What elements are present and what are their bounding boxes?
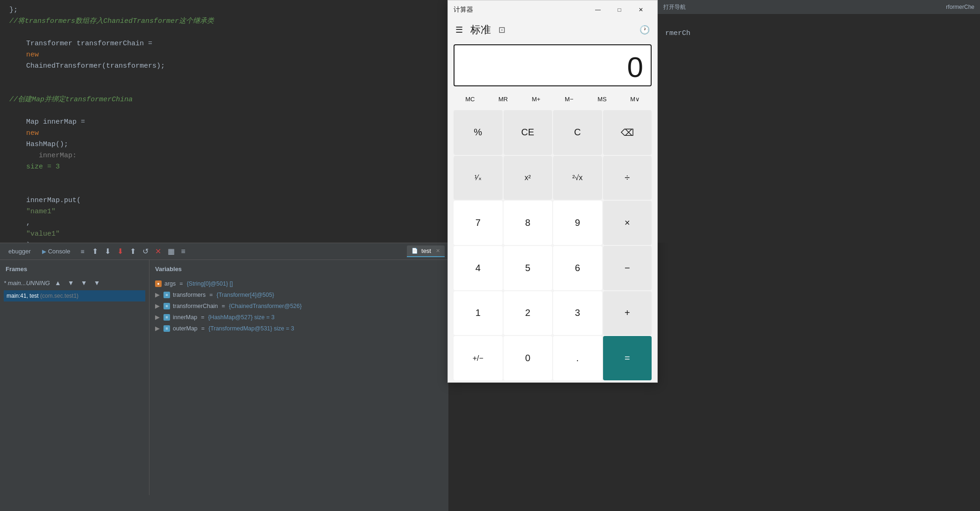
tab-console[interactable]: ▶ Console <box>37 246 75 257</box>
variables-title: Variables <box>153 264 445 274</box>
calc-btn-reciprocal[interactable]: ¹⁄ₓ <box>454 156 503 200</box>
var-args: ● args = {String[0]@501} [] <box>153 278 445 289</box>
calc-btn-decimal[interactable]: . <box>553 336 602 380</box>
frames-panel: Frames * main...UNNING ▲ ▼ ▼ ▼ main:41, … <box>0 260 149 495</box>
calc-mem-mc[interactable]: MC <box>454 92 487 106</box>
code-line <box>9 83 439 94</box>
calc-btn-add[interactable]: + <box>603 291 652 336</box>
code-line: //创建Map并绑定transformerChina <box>9 94 439 105</box>
var-transformers-expand[interactable]: ▶ <box>155 290 160 300</box>
calc-mem-mminus[interactable]: M− <box>553 92 586 106</box>
step-out-btn[interactable]: ⬇ <box>115 246 125 257</box>
console-icon: ▶ <box>42 248 46 255</box>
calc-mem-ms[interactable]: MS <box>586 92 619 106</box>
step-into-btn[interactable]: ⬇ <box>103 246 113 257</box>
calc-btn-0[interactable]: 0 <box>504 336 553 380</box>
calc-btn-plusminus[interactable]: +/− <box>454 336 503 380</box>
calc-mem-mplus[interactable]: M+ <box>519 92 553 106</box>
tab-test[interactable]: 📄 test ✕ <box>407 245 445 257</box>
var-transformerchain-icon: ≡ <box>163 303 170 309</box>
var-innermap[interactable]: ▶ ≡ innerMap = {HashMap@527} size = 3 <box>153 312 445 323</box>
frames-toolbar: * main...UNNING ▲ ▼ ▼ ▼ <box>4 278 145 287</box>
file-icon: 📄 <box>412 248 418 254</box>
code-right: rmerCh <box>658 0 980 243</box>
calc-btn-multiply[interactable]: × <box>603 201 652 245</box>
var-transformerchain[interactable]: ▶ ≡ transformerChain = {ChainedTransform… <box>153 301 445 312</box>
calc-buttons: % CE C ⌫ ¹⁄ₓ x² ²√x ÷ 7 8 9 × 4 5 6 − 1 … <box>448 108 657 382</box>
calc-btn-6[interactable]: 6 <box>553 246 602 290</box>
calc-btn-8[interactable]: 8 <box>504 201 553 245</box>
calc-window-controls: — □ ✕ <box>587 2 652 17</box>
calc-btn-c[interactable]: C <box>553 110 602 155</box>
calc-minimize-btn[interactable]: — <box>587 2 609 17</box>
calc-btn-divide[interactable]: ÷ <box>603 156 652 200</box>
calc-btn-sqrt[interactable]: ²√x <box>553 156 602 200</box>
table-btn[interactable]: ▦ <box>166 246 177 257</box>
frames-more-btn[interactable]: ▼ <box>92 278 102 287</box>
align-icon[interactable]: ≡ <box>80 248 84 255</box>
calc-mem-mv[interactable]: M∨ <box>618 92 652 106</box>
frame-text: main:41, test (com.sec.test1) <box>7 293 78 299</box>
calc-mode-icon[interactable]: ⊡ <box>498 25 505 35</box>
code-line: //将transformers数组存入ChaniedTransformer这个继… <box>9 16 439 27</box>
calc-btn-4[interactable]: 4 <box>454 246 503 290</box>
calc-display-value: 0 <box>627 53 643 82</box>
debug-nav-buttons: ⬆ ⬇ ⬇ ⬆ ↺ ✕ ▦ ≡ <box>90 246 187 257</box>
var-args-name: args <box>164 279 176 289</box>
stop-btn[interactable]: ✕ <box>153 246 163 257</box>
calc-btn-square[interactable]: x² <box>504 156 553 200</box>
calc-history-btn[interactable]: 🕐 <box>639 25 650 35</box>
step-over-btn[interactable]: ⬆ <box>90 246 100 257</box>
tab-console-label: Console <box>48 248 71 255</box>
calc-mode-title: 标准 <box>470 23 491 37</box>
calc-btn-1[interactable]: 1 <box>454 291 503 336</box>
calc-btn-5[interactable]: 5 <box>504 246 553 290</box>
calc-mem-mr[interactable]: MR <box>487 92 520 106</box>
calc-btn-2[interactable]: 2 <box>504 291 553 336</box>
tab-test-close[interactable]: ✕ <box>436 248 440 254</box>
calc-btn-7[interactable]: 7 <box>454 201 503 245</box>
calc-btn-ce[interactable]: CE <box>504 110 553 155</box>
calc-menu-icon[interactable]: ☰ <box>455 25 463 35</box>
calc-header: ☰ 标准 ⊡ 🕐 <box>448 19 657 41</box>
list-btn[interactable]: ≡ <box>179 246 187 257</box>
var-transformerchain-expand[interactable]: ▶ <box>155 301 160 311</box>
var-transformerchain-value: {ChainedTransformer@526} <box>229 301 302 311</box>
var-transformerchain-name: transformerChain <box>173 301 218 311</box>
run-btn[interactable]: ⬆ <box>128 246 138 257</box>
frames-down-btn[interactable]: ▼ <box>66 278 76 287</box>
var-outermap[interactable]: ▶ ≡ outerMap = {TransformedMap@531} size… <box>153 323 445 334</box>
frame-item-main[interactable]: main:41, test (com.sec.test1) <box>4 290 145 301</box>
frames-filter-label: * main...UNNING <box>4 280 50 287</box>
code-line: Transformer transformerChain = new Chain… <box>9 27 439 83</box>
calc-close-btn[interactable]: ✕ <box>630 2 652 17</box>
var-outermap-expand[interactable]: ▶ <box>155 323 160 334</box>
var-innermap-name: innerMap <box>173 312 197 322</box>
calc-btn-9[interactable]: 9 <box>553 201 602 245</box>
calc-titlebar: 计算器 — □ ✕ <box>448 0 657 19</box>
calc-btn-subtract[interactable]: − <box>603 246 652 290</box>
var-args-value: {String[0]@501} [] <box>187 279 233 289</box>
frames-up-btn[interactable]: ▲ <box>53 278 63 287</box>
toolbar-icons: ≡ <box>80 248 84 255</box>
calc-btn-percent[interactable]: % <box>454 110 503 155</box>
calc-btn-equals[interactable]: = <box>603 336 652 380</box>
var-innermap-icon: ≡ <box>163 314 170 321</box>
var-innermap-value: {HashMap@527} size = 3 <box>208 312 274 322</box>
reset-btn[interactable]: ↺ <box>141 246 150 257</box>
calc-btn-3[interactable]: 3 <box>553 291 602 336</box>
var-outermap-name: outerMap <box>173 323 198 334</box>
top-strip: 打开导航 rformerChe <box>658 0 980 14</box>
calc-btn-backspace[interactable]: ⌫ <box>603 110 652 155</box>
calc-memory-row: MC MR M+ M− MS M∨ <box>448 90 657 108</box>
tab-debugger[interactable]: ebugger <box>4 246 36 257</box>
code-line: Map innerMap = new HashMap(); innerMap: … <box>9 105 439 184</box>
var-transformers[interactable]: ▶ ≡ transformers = {Transformer[4]@505} <box>153 289 445 301</box>
var-innermap-expand[interactable]: ▶ <box>155 312 160 322</box>
var-transformers-name: transformers <box>173 290 206 300</box>
code-right-hint: rformerChe <box>946 4 974 10</box>
open-guide-btn[interactable]: 打开导航 <box>663 3 686 11</box>
tab-test-label: test <box>421 247 431 254</box>
frames-filter-btn[interactable]: ▼ <box>79 278 89 287</box>
calc-maximize-btn[interactable]: □ <box>609 2 630 17</box>
